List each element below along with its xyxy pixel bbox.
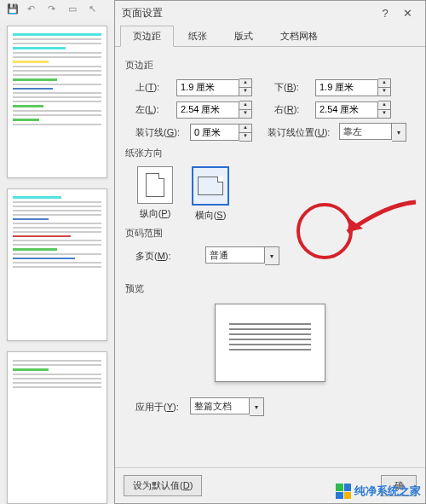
right-margin-label: 右(R): — [274, 103, 310, 116]
gutter-pos-select[interactable]: 靠左▾ — [339, 123, 406, 142]
top-margin-input[interactable]: ▲▼ — [176, 78, 252, 96]
watermark: 纯净系统之家 — [336, 484, 421, 499]
bottom-margin-label: 下(B): — [274, 81, 310, 94]
set-default-button[interactable]: 设为默认值(D) — [124, 475, 202, 496]
section-preview-label: 预览 — [125, 282, 415, 295]
app-frame: 💾 ↶ ↷ ▭ ↖ 页面设置 ? ✕ — [0, 0, 426, 504]
preview-box — [215, 304, 325, 382]
chevron-down-icon[interactable]: ▾ — [250, 397, 264, 416]
gutter-label: 装订线(G): — [135, 126, 185, 139]
dialog-titlebar: 页面设置 ? ✕ — [115, 1, 425, 25]
tab-bar: 页边距 纸张 版式 文档网格 — [115, 25, 425, 47]
redo-icon[interactable]: ↷ — [48, 3, 60, 15]
tab-grid[interactable]: 文档网格 — [268, 26, 331, 47]
watermark-icon — [336, 484, 351, 499]
chevron-down-icon[interactable]: ▾ — [265, 246, 279, 265]
dialog-title: 页面设置 — [122, 6, 374, 20]
tab-margins[interactable]: 页边距 — [120, 26, 174, 47]
thumbnail-page[interactable] — [7, 26, 107, 178]
spinner-up-icon[interactable]: ▲ — [378, 79, 390, 87]
tab-paper[interactable]: 纸张 — [176, 26, 220, 47]
spinner-up-icon[interactable]: ▲ — [239, 79, 251, 87]
spinner-up-icon[interactable]: ▲ — [239, 101, 251, 109]
spinner-down-icon[interactable]: ▼ — [239, 87, 251, 96]
section-margins-label: 页边距 — [125, 59, 415, 72]
cursor-icon[interactable]: ↖ — [89, 3, 101, 15]
spinner-up-icon[interactable]: ▲ — [378, 101, 390, 109]
spinner-down-icon[interactable]: ▼ — [378, 109, 390, 118]
undo-icon[interactable]: ↶ — [27, 3, 39, 15]
thumbnail-page[interactable] — [7, 188, 107, 341]
gutter-pos-label: 装订线位置(U): — [268, 126, 334, 139]
multipage-label: 多页(M): — [135, 250, 180, 263]
bottom-margin-input[interactable]: ▲▼ — [315, 78, 391, 96]
thumbnails-panel — [0, 19, 114, 504]
left-margin-input[interactable]: ▲▼ — [176, 101, 252, 119]
multipage-select[interactable]: 普通▾ — [205, 246, 279, 265]
orientation-portrait[interactable]: 纵向(P) — [137, 166, 173, 222]
section-pages-label: 页码范围 — [125, 227, 415, 240]
top-margin-label: 上(T): — [135, 81, 171, 94]
spinner-up-icon[interactable]: ▲ — [239, 125, 251, 132]
save-icon[interactable]: 💾 — [7, 3, 19, 15]
apply-to-select[interactable]: 整篇文档▾ — [190, 397, 264, 416]
section-orientation-label: 纸张方向 — [125, 147, 415, 159]
dialog-body: 页边距 上(T): ▲▼ 下(B): ▲▼ 左(L): ▲▼ 右(R): ▲▼ … — [115, 47, 425, 467]
close-button[interactable]: ✕ — [396, 3, 418, 22]
right-margin-input[interactable]: ▲▼ — [315, 101, 391, 119]
tab-layout[interactable]: 版式 — [222, 26, 266, 47]
spinner-down-icon[interactable]: ▼ — [239, 109, 251, 118]
spinner-down-icon[interactable]: ▼ — [239, 132, 251, 141]
landscape-page-icon — [198, 177, 223, 195]
left-margin-label: 左(L): — [135, 103, 171, 116]
help-button[interactable]: ? — [374, 3, 396, 22]
gutter-input[interactable]: ▲▼ — [190, 124, 252, 142]
pointer-icon[interactable]: ▭ — [68, 3, 80, 15]
orientation-landscape[interactable]: 横向(S) — [192, 166, 229, 222]
apply-to-label: 应用于(Y): — [135, 401, 185, 414]
spinner-down-icon[interactable]: ▼ — [378, 87, 390, 96]
page-setup-dialog: 页面设置 ? ✕ 页边距 纸张 版式 文档网格 页边距 上(T): ▲▼ 下(B… — [114, 0, 426, 504]
chevron-down-icon[interactable]: ▾ — [392, 123, 406, 142]
thumbnail-page[interactable] — [7, 351, 107, 504]
portrait-page-icon — [146, 173, 164, 197]
